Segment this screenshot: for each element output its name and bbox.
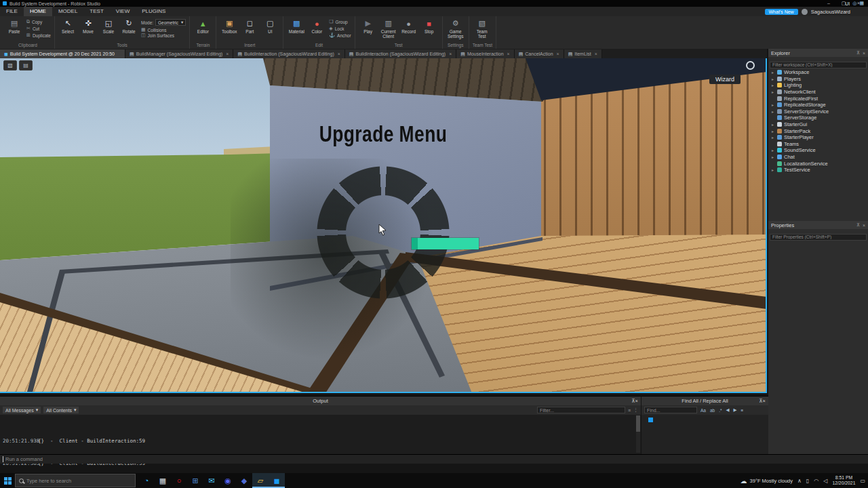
expand-arrow-icon[interactable]: ▸ xyxy=(772,148,775,152)
close-icon[interactable]: × xyxy=(635,398,638,404)
expand-arrow-icon[interactable]: ▸ xyxy=(772,122,775,127)
ui-toggle-label[interactable]: UI xyxy=(845,1,850,6)
taskbar-app[interactable]: ▦ xyxy=(155,473,171,488)
avatar[interactable] xyxy=(802,9,808,15)
taskbar-app[interactable]: ◼ xyxy=(269,473,285,488)
properties-filter-input[interactable] xyxy=(770,234,867,241)
ribbon-button[interactable]: ◱Scale xyxy=(99,18,118,34)
expand-arrow-icon[interactable]: ▸ xyxy=(772,83,775,87)
output-filter-input[interactable] xyxy=(537,407,625,413)
expand-arrow-icon[interactable]: ▸ xyxy=(772,70,775,75)
ribbon-button[interactable]: ▢UI xyxy=(260,18,279,34)
ribbon-button[interactable]: ●Record xyxy=(399,18,418,39)
explorer-item[interactable]: ▸ Lighting xyxy=(768,82,868,89)
expand-arrow-icon[interactable]: ▸ xyxy=(772,129,775,134)
tab-close-icon[interactable]: × xyxy=(557,52,559,56)
regex-icon[interactable]: .* xyxy=(718,408,722,413)
editor-tab[interactable]: ▤ BuildInteraction (SagaciousWizard Edit… xyxy=(233,49,344,58)
expand-arrow-icon[interactable]: ▸ xyxy=(772,77,775,81)
expand-arrow-icon[interactable]: ▸ xyxy=(772,167,775,172)
ribbon-small-button[interactable]: ❏Group xyxy=(329,19,351,24)
editor-tab[interactable]: ▤ MouseInteraction × xyxy=(456,49,514,58)
explorer-item[interactable]: ▸ ReplicatedFirst xyxy=(768,95,868,102)
ribbon-button[interactable]: ◻Part xyxy=(240,18,259,34)
editor-tab[interactable]: ▤ BuildInteraction (SagaciousWizard Edit… xyxy=(345,49,456,58)
menu-icon[interactable]: ≡ xyxy=(741,408,745,413)
find-result-item[interactable] xyxy=(648,418,653,422)
editor-tab[interactable]: ▤ CancelAction × xyxy=(515,49,564,58)
expand-arrow-icon[interactable]: ▸ xyxy=(772,135,775,140)
menu-plugins[interactable]: PLUGINS xyxy=(136,7,172,16)
ribbon-button[interactable]: ▤Paste xyxy=(5,18,24,34)
taskbar-app[interactable]: ⊞ xyxy=(187,473,203,488)
ribbon-small-button[interactable]: ⊞Duplicate xyxy=(26,33,51,38)
pin-icon[interactable]: ⊼ xyxy=(856,50,860,56)
search-input[interactable] xyxy=(26,478,121,484)
ribbon-button[interactable]: ▧Team Test xyxy=(473,18,492,39)
upgrade-progress-bar[interactable] xyxy=(412,238,479,249)
kebab-menu-icon[interactable]: ⋮ xyxy=(633,407,638,413)
start-button[interactable] xyxy=(0,473,15,488)
quick-access-icon[interactable] xyxy=(746,61,755,70)
expand-arrow-icon[interactable]: ▸ xyxy=(772,89,775,94)
close-icon[interactable]: × xyxy=(863,51,865,56)
explorer-item[interactable]: ▸ NetworkClient xyxy=(768,89,868,96)
menu-view[interactable]: VIEW xyxy=(110,7,136,16)
close-icon[interactable]: × xyxy=(863,223,865,228)
ribbon-small-button[interactable]: ⚓Anchor xyxy=(329,33,351,38)
menu-home[interactable]: HOME xyxy=(24,7,52,16)
close-icon[interactable]: × xyxy=(763,398,766,404)
prev-result-icon[interactable]: ◀ xyxy=(726,407,730,413)
match-case-icon[interactable]: Aa xyxy=(700,408,707,413)
explorer-item[interactable]: ▸ SoundService xyxy=(768,147,868,154)
whole-word-icon[interactable]: ab xyxy=(709,408,715,413)
explorer-item[interactable]: ▸ TestService xyxy=(768,167,868,174)
menu-file[interactable]: FILE xyxy=(0,7,24,16)
tab-close-icon[interactable]: × xyxy=(226,52,229,56)
volume-icon[interactable]: ◁ xyxy=(823,478,827,484)
explorer-item[interactable]: ▸ ServerScriptService xyxy=(768,108,868,115)
ribbon-small-button[interactable]: ◈Lock xyxy=(329,26,351,31)
taskbar-app[interactable]: ◉ xyxy=(220,473,236,488)
taskbar-app[interactable]: ▱ xyxy=(252,473,269,488)
expand-arrow-icon[interactable]: ▸ xyxy=(772,109,775,114)
taskbar-app[interactable]: ✉ xyxy=(203,473,220,488)
taskbar-clock[interactable]: 8:51 PM 12/20/2021 xyxy=(832,475,855,487)
tab-close-icon[interactable]: × xyxy=(338,52,340,56)
explorer-item[interactable]: ▸ ReplicatedStorage xyxy=(768,102,868,108)
taskbar-app[interactable]: ◆ xyxy=(236,473,252,488)
menu-test[interactable]: TEST xyxy=(83,7,109,16)
ui-target-icon[interactable]: ◎ xyxy=(852,1,856,6)
ribbon-button[interactable]: ▲Editor xyxy=(193,18,212,34)
tab-close-icon[interactable]: × xyxy=(507,52,510,56)
whats-new-button[interactable]: What's New xyxy=(765,9,798,15)
ribbon-button[interactable]: ▣Toolbox xyxy=(220,18,239,34)
ribbon-button[interactable]: ▥Current Client xyxy=(379,18,398,39)
ribbon-small-button[interactable]: ✂Cut xyxy=(26,26,51,31)
expand-arrow-icon[interactable]: ▸ xyxy=(772,155,775,159)
find-input[interactable] xyxy=(644,407,697,413)
taskbar-weather[interactable]: ☁ 39°F Mostly cloudy xyxy=(741,477,793,485)
output-scrollbar[interactable] xyxy=(636,415,640,453)
explorer-item[interactable]: ▸ Workspace xyxy=(768,69,868,76)
hidden-icons-chevron[interactable]: ∧ xyxy=(797,478,802,484)
taskbar-app[interactable]: ○ xyxy=(171,473,187,488)
ribbon-button[interactable]: ✜Move xyxy=(79,18,98,34)
command-input[interactable] xyxy=(5,456,865,462)
explorer-item[interactable]: ▸ Teams xyxy=(768,141,868,148)
ribbon-button[interactable]: ⚙Game Settings xyxy=(446,18,465,39)
explorer-item[interactable]: ▸ StarterGui xyxy=(768,121,868,128)
explorer-item[interactable]: ▸ StarterPack xyxy=(768,127,868,134)
list-icon[interactable]: ≡ xyxy=(628,408,631,413)
explorer-item[interactable]: ▸ LocalizationService xyxy=(768,160,868,167)
ui-grid-icon[interactable]: ▦ xyxy=(859,1,864,6)
game-viewport[interactable]: Upgrade Menu Wizard ▧ ▤ xyxy=(0,58,767,393)
tab-close-icon[interactable]: × xyxy=(595,52,597,56)
ribbon-button[interactable]: ●Color xyxy=(307,18,326,34)
network-icon[interactable]: ◠ xyxy=(814,478,818,484)
ui-editor-button[interactable]: ▤ xyxy=(19,60,33,70)
battery-icon[interactable]: ▯ xyxy=(806,478,809,484)
content-filter-dropdown[interactable]: All Contents▾ xyxy=(43,407,79,413)
mode-dropdown[interactable]: Geometric▾ xyxy=(155,19,186,26)
notification-icon[interactable]: ▭ xyxy=(860,478,865,484)
